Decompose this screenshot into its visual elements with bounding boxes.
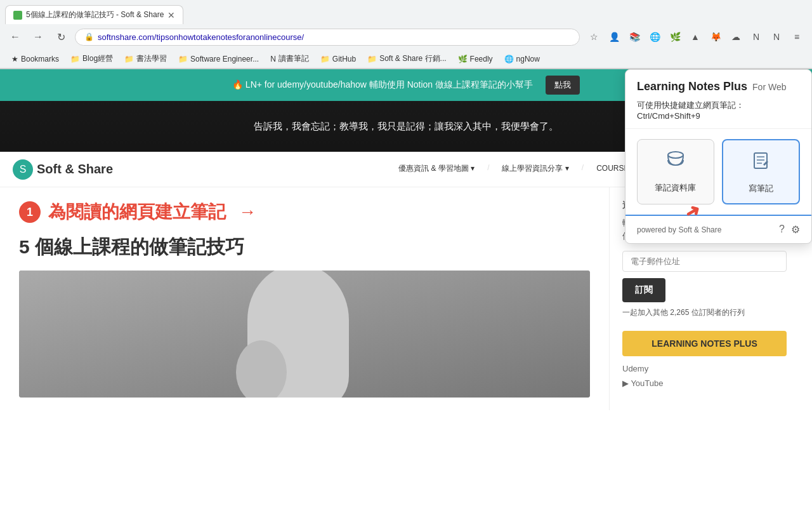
- bookmark-label: Bookmarks: [21, 55, 59, 64]
- browser-tab[interactable]: 5個線上課程的做筆記技巧 - Soft & Share ✕: [5, 5, 183, 24]
- bookmark-calligraphy[interactable]: 📁 書法學習: [119, 52, 172, 65]
- bookmark-github[interactable]: 📁 GitHub: [315, 53, 361, 65]
- folder-icon: 📁: [320, 55, 330, 64]
- bookmark-label: 書法學習: [136, 53, 167, 64]
- library-button-label: 筆記資料庫: [655, 182, 696, 194]
- tab-title: 5個線上課程的做筆記技巧 - Soft & Share: [26, 10, 164, 20]
- udemy-label: Udemy: [622, 364, 648, 373]
- bookmark-label: 讀書筆記: [278, 53, 309, 64]
- bookmark-label: GitHub: [332, 55, 356, 64]
- bookmark-label: ngNow: [516, 55, 540, 64]
- youtube-label: ▶ YouTube: [622, 378, 663, 388]
- bookmark-feedly[interactable]: 🌿 Feedly: [453, 53, 498, 65]
- platform-logos: Udemy ▶ YouTube: [622, 364, 787, 388]
- globe-icon: 🌐: [504, 55, 514, 64]
- bookmark-softshare[interactable]: 📁 Soft & Share 行銷...: [362, 52, 451, 65]
- write-button-label: 寫筆記: [749, 183, 773, 194]
- folder-icon: 📁: [178, 55, 188, 64]
- browser-action-1[interactable]: 📚: [625, 28, 643, 46]
- nav-sep2: /: [578, 152, 587, 187]
- banner-cta-button[interactable]: 點我: [546, 76, 580, 95]
- settings-icon[interactable]: ⚙: [791, 224, 800, 236]
- popup-shortcut-hint: 可使用快捷鍵建立網頁筆記：Ctrl/Cmd+Shift+9: [637, 100, 800, 121]
- folder-icon: 📁: [367, 55, 377, 64]
- site-logo[interactable]: S Soft & Share: [13, 159, 113, 180]
- email-input[interactable]: [622, 251, 787, 272]
- bookmark-star-button[interactable]: ☆: [585, 28, 603, 46]
- svg-rect-1: [754, 153, 767, 168]
- youtube-logo-row: ▶ YouTube: [622, 378, 787, 388]
- folder-icon: 📁: [70, 55, 80, 64]
- hero-quote: 告訴我，我會忘記；教導我，我只是記得；讓我深入其中，我便學會了。: [254, 121, 558, 133]
- forward-button[interactable]: →: [29, 28, 47, 46]
- database-icon: [664, 149, 687, 176]
- article-main-title: 5 個線上課程的做筆記技巧: [19, 234, 590, 260]
- popup-title: Learning Notes Plus: [637, 80, 747, 93]
- refresh-button[interactable]: ↻: [52, 28, 70, 46]
- popup-header: Learning Notes Plus For Web 可使用快捷鍵建立網頁筆記…: [625, 70, 811, 129]
- browser-action-9[interactable]: ≡: [788, 28, 806, 46]
- logo-circle: S: [13, 159, 33, 180]
- nav-deals[interactable]: 優惠資訊 & 學習地圖 ▾: [390, 152, 483, 187]
- lock-icon: 🔒: [84, 32, 94, 41]
- n-icon: N: [270, 55, 276, 64]
- browser-action-6[interactable]: ☁: [727, 28, 745, 46]
- red-arrow-decoration: →: [239, 202, 256, 222]
- subscriber-count: 一起加入其他 2,265 位訂閱者的行列: [622, 307, 787, 318]
- step-title: 為閱讀的網頁建立筆記: [48, 200, 226, 224]
- bookmark-bookmarks[interactable]: ★ Bookmarks: [6, 53, 64, 65]
- nav-sep1: /: [483, 152, 493, 187]
- browser-action-3[interactable]: 🌿: [666, 28, 684, 46]
- article-content: 1 為閱讀的網頁建立筆記 → 5 個線上課程的做筆記技巧: [0, 187, 609, 410]
- tab-favicon: [13, 11, 22, 20]
- browser-action-7[interactable]: N: [747, 28, 765, 46]
- popup-action-buttons: 筆記資料庫 寫筆記 ➜: [625, 129, 811, 215]
- reading-mode-button[interactable]: 👤: [605, 28, 623, 46]
- popup-footer-icons: ? ⚙: [779, 224, 800, 236]
- popup-subtitle: For Web: [752, 82, 786, 92]
- logo-text: Soft & Share: [37, 162, 113, 177]
- step-badge: 1: [19, 201, 41, 223]
- udemy-logo-row: Udemy: [622, 364, 787, 373]
- browser-action-8[interactable]: N: [768, 28, 785, 46]
- popup-library-button[interactable]: 筆記資料庫: [637, 139, 714, 204]
- url-text: softnshare.com/tipsonhowtotakenotesforan…: [98, 32, 570, 42]
- nav-elearning[interactable]: 線上學習資訊分享 ▾: [493, 152, 577, 187]
- powered-by-text: powered by powered by Soft & ShareSoft &…: [637, 225, 721, 234]
- tab-close-btn[interactable]: ✕: [167, 10, 175, 20]
- browser-action-2[interactable]: 🌐: [646, 28, 664, 46]
- browser-action-5[interactable]: 🦊: [707, 28, 724, 46]
- bookmark-software[interactable]: 📁 Software Engineer...: [173, 53, 264, 65]
- bookmark-notes[interactable]: N 讀書筆記: [265, 52, 314, 65]
- popup-write-button[interactable]: 寫筆記 ➜: [722, 139, 801, 204]
- help-icon[interactable]: ?: [779, 224, 785, 236]
- popup-footer: powered by powered by Soft & ShareSoft &…: [625, 215, 811, 243]
- svg-point-0: [668, 152, 683, 158]
- bookmark-label: Software Engineer...: [190, 55, 259, 64]
- star-icon: ★: [11, 55, 18, 64]
- write-icon: [749, 149, 772, 177]
- step-title-row: 1 為閱讀的網頁建立筆記 →: [19, 200, 590, 224]
- banner-text: 🔥 LN+ for udemy/youtube/hahow 輔助使用 Notio…: [232, 79, 533, 91]
- bookmark-ngnow[interactable]: 🌐 ngNow: [499, 53, 545, 65]
- ln-plus-banner: LEARNING NOTES PLUS: [622, 331, 787, 356]
- url-bar[interactable]: 🔒 softnshare.com/tipsonhowtotakenotesfor…: [75, 29, 580, 46]
- feedly-icon: 🌿: [458, 55, 468, 64]
- bookmark-label: Soft & Share 行銷...: [379, 53, 446, 64]
- bookmark-label: Feedly: [470, 55, 493, 64]
- bookmark-blog[interactable]: 📁 Blog經營: [65, 52, 118, 65]
- back-button[interactable]: ←: [6, 28, 24, 46]
- subscribe-button[interactable]: 訂閱: [622, 278, 665, 302]
- article-image-head: [236, 340, 287, 398]
- bookmarks-bar: ★ Bookmarks 📁 Blog經營 📁 書法學習 📁 Software E…: [0, 50, 812, 69]
- bookmark-label: Blog經營: [82, 53, 113, 64]
- browser-action-4[interactable]: ▲: [686, 28, 704, 46]
- folder-icon: 📁: [124, 55, 134, 64]
- article-image: [19, 271, 590, 398]
- extension-popup: Learning Notes Plus For Web 可使用快捷鍵建立網頁筆記…: [625, 69, 812, 244]
